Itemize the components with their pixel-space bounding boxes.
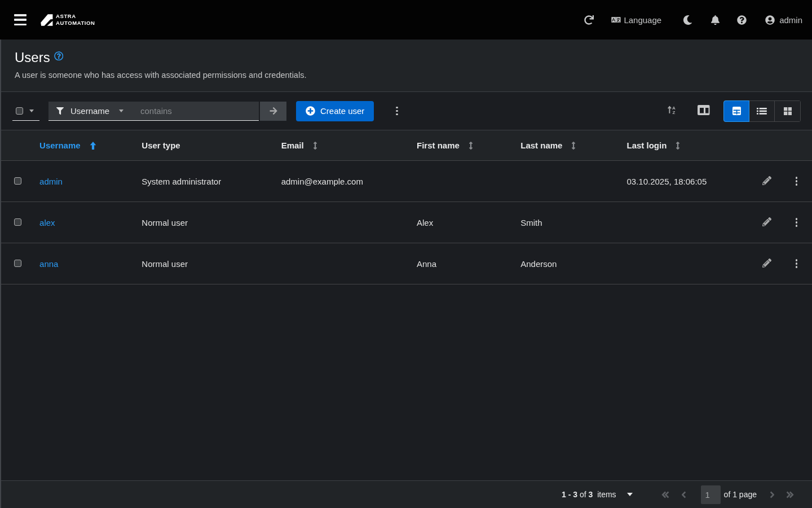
svg-text:Z: Z xyxy=(673,110,676,114)
svg-text:A: A xyxy=(612,17,615,23)
